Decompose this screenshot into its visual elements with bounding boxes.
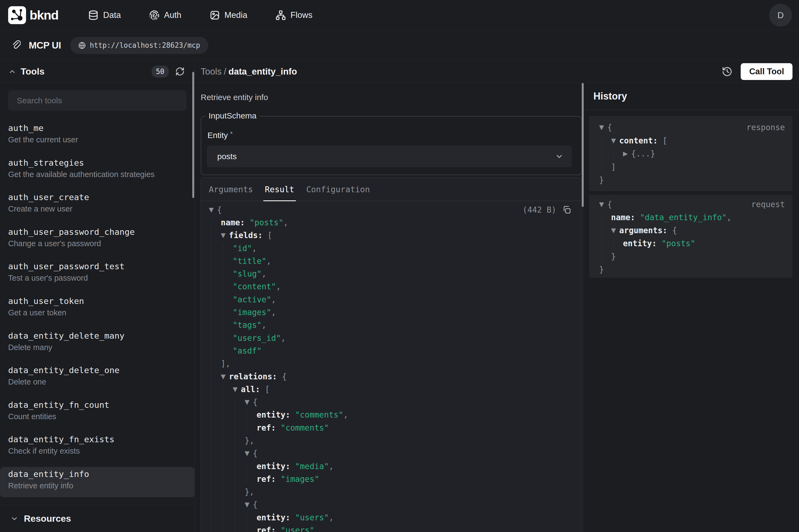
search-input[interactable]	[8, 90, 187, 111]
json-token-punc: {	[282, 372, 287, 381]
tab-configuration[interactable]: Configuration	[306, 178, 370, 201]
user-avatar[interactable]: D	[769, 4, 792, 26]
tools-section-header[interactable]: Tools 50	[0, 60, 194, 83]
history-panel: History ▼{response▼content: [▶{...}]} ▼{…	[584, 83, 799, 532]
collapse-arrow-icon[interactable]: ▼	[233, 384, 241, 394]
tool-list-item-auth_me[interactable]: auth_meGet the current user	[0, 118, 195, 153]
tool-list-item-data_entity_fn_exists[interactable]: data_entity_fn_existsCheck if entity exi…	[0, 430, 195, 464]
json-token-str: "images"	[233, 308, 271, 317]
tool-list: auth_meGet the current userauth_strategi…	[0, 118, 195, 499]
collapse-arrow-icon[interactable]: ▼	[599, 200, 607, 209]
tool-list-item-auth_strategies[interactable]: auth_strategiesGet the available authent…	[0, 153, 195, 188]
json-line: "active",	[201, 293, 582, 306]
chevron-down-icon	[10, 515, 18, 523]
nav-item-auth[interactable]: Auth	[149, 10, 182, 20]
json-token-punc: ,	[727, 213, 731, 222]
collapse-arrow-icon[interactable]: ▼	[209, 205, 217, 214]
image-icon	[210, 10, 220, 20]
json-token-punc: ,	[271, 308, 276, 317]
tool-name: data_entity_delete_one	[8, 365, 187, 375]
entity-select-value: posts	[217, 152, 237, 161]
entry-type-label: response	[746, 123, 785, 132]
tool-list-item-auth_user_password_test[interactable]: auth_user_password_testTest a user's pas…	[0, 256, 195, 291]
json-token-str: "tags"	[233, 321, 262, 330]
json-token-punc: {	[253, 449, 258, 458]
json-token-punc: ,	[266, 256, 271, 266]
json-token-key: ref:	[256, 423, 281, 433]
tool-list-item-data_entity_info[interactable]: data_entity_infoRetrieve entity info	[0, 464, 195, 499]
result-card: ArgumentsResultConfiguration ▼{(442 B)na…	[201, 177, 582, 532]
fingerprint-icon	[149, 10, 159, 20]
json-line: ▼relations: {	[201, 370, 582, 383]
json-line: ▼fields: [	[201, 229, 582, 242]
history-entry-response[interactable]: ▼{response▼content: [▶{...}]}	[589, 116, 793, 191]
tool-description: Check if entity exists	[8, 446, 187, 456]
server-url-pill[interactable]: http://localhost:28623/mcp	[70, 37, 208, 54]
json-token-str: "active"	[233, 295, 271, 304]
collapse-arrow-icon[interactable]: ▼	[599, 122, 607, 132]
breadcrumb-section[interactable]: Tools	[201, 66, 222, 76]
mcp-connection-bar: MCP UI http://localhost:28623/mcp	[0, 31, 799, 60]
sidebar-scrollbar-thumb[interactable]	[192, 72, 194, 198]
resources-section-header[interactable]: Resources	[0, 505, 194, 532]
json-line: "images",	[201, 306, 582, 319]
json-line: ref: "comments"	[201, 421, 582, 434]
tool-list-item-data_entity_delete_many[interactable]: data_entity_delete_manyDelete many	[0, 326, 195, 361]
json-token-punc: ,	[329, 513, 334, 522]
json-token-key: entity:	[623, 239, 662, 248]
tools-title: Tools	[21, 66, 44, 77]
tool-name: data_entity_fn_exists	[8, 434, 187, 444]
collapse-arrow-icon[interactable]: ▼	[221, 230, 229, 240]
main-scrollbar-thumb[interactable]	[582, 83, 584, 207]
tool-description: Retrieve entity info	[8, 481, 187, 490]
tool-list-item-auth_user_token[interactable]: auth_user_tokenGet a user token	[0, 291, 195, 326]
tool-list-item-auth_user_password_change[interactable]: auth_user_password_changeChange a user's…	[0, 222, 195, 257]
tool-name: auth_user_create	[8, 192, 187, 202]
entry-type-label: request	[751, 200, 785, 209]
tool-description: Test a user's password	[8, 273, 187, 283]
indent-guide	[247, 461, 247, 484]
result-size: (442 B)	[522, 205, 556, 214]
nav-item-flows[interactable]: Flows	[275, 10, 312, 20]
indent-guide	[247, 410, 247, 433]
breadcrumb-current: data_entity_info	[228, 66, 297, 76]
collapse-arrow-icon[interactable]: ▼	[611, 226, 619, 235]
nav-item-media[interactable]: Media	[210, 10, 247, 20]
json-token-key: relations:	[229, 372, 282, 381]
json-line: entity: "posts"	[589, 237, 793, 250]
indent-guide	[223, 384, 223, 532]
bknd-logo[interactable]: bknd	[8, 6, 58, 24]
json-token-key: ref:	[256, 526, 281, 532]
collapse-arrow-icon[interactable]: ▼	[221, 372, 229, 381]
expand-arrow-icon[interactable]: ▶	[623, 149, 631, 158]
indent-guide	[223, 244, 223, 356]
collapse-arrow-icon[interactable]: ▼	[611, 136, 619, 145]
tool-list-item-data_entity_delete_one[interactable]: data_entity_delete_oneDelete one	[0, 360, 195, 395]
tool-list-item-data_entity_fn_count[interactable]: data_entity_fn_countCount entities	[0, 395, 195, 430]
collapse-arrow-icon[interactable]: ▼	[245, 397, 253, 406]
collapse-arrow-icon[interactable]: ▼	[245, 500, 253, 509]
json-token-punc: {	[607, 200, 612, 209]
history-title: History	[593, 91, 627, 102]
tool-list-item-auth_user_create[interactable]: auth_user_createCreate a new user	[0, 187, 195, 222]
copy-icon[interactable]	[562, 205, 571, 214]
tab-result[interactable]: Result	[265, 178, 294, 201]
tool-name: auth_strategies	[8, 158, 187, 168]
tool-description: Delete one	[8, 377, 187, 386]
call-tool-button[interactable]: Call Tool	[741, 63, 793, 80]
json-token-punc: {	[607, 123, 612, 132]
history-icon[interactable]	[722, 66, 733, 77]
entity-select[interactable]: posts	[207, 146, 572, 167]
breadcrumb: Tools/data_entity_info	[201, 66, 297, 77]
collapse-arrow-icon[interactable]: ▼	[245, 449, 253, 458]
tool-detail-panel: Retrieve entity info InputSchema Entity*…	[195, 83, 582, 532]
json-line: "tags",	[201, 319, 582, 331]
tab-arguments[interactable]: Arguments	[209, 178, 253, 201]
mcp-ui-title: MCP UI	[29, 40, 61, 51]
refresh-icon[interactable]	[175, 67, 185, 76]
nav-item-data[interactable]: Data	[88, 10, 121, 20]
json-token-punc: ,	[343, 410, 348, 419]
indent-guide	[613, 149, 613, 159]
nav-label: Data	[103, 10, 121, 20]
history-entry-request[interactable]: ▼{requestname: "data_entity_info",▼argum…	[589, 195, 793, 278]
